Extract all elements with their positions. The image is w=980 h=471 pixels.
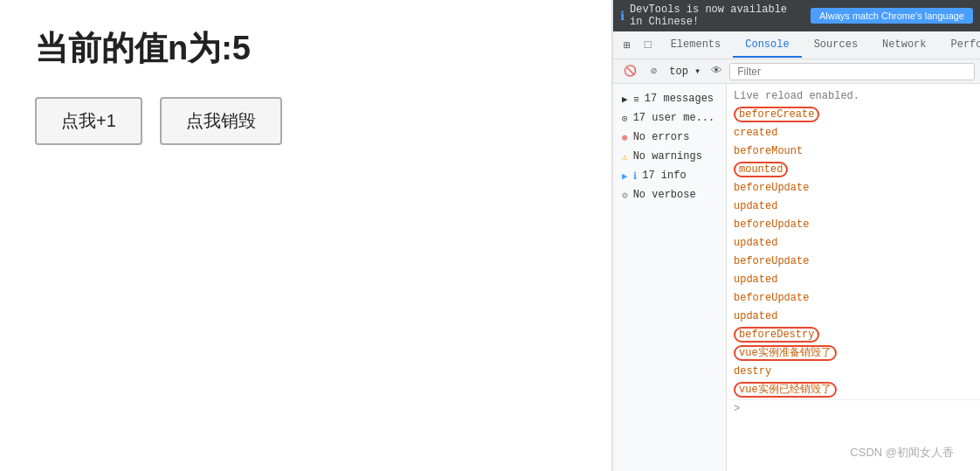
sidebar-label-errors: No errors <box>633 131 690 143</box>
messages-icon: ▶ ≡ <box>622 94 639 105</box>
increment-button[interactable]: 点我+1 <box>35 97 142 145</box>
log-line: beforeUpdate <box>727 179 980 197</box>
sidebar-label-messages: 17 messages <box>645 93 714 105</box>
log-line: destry <box>727 363 980 381</box>
console-clear-icon[interactable]: 🚫 <box>618 62 642 80</box>
info-icon: ℹ <box>620 9 625 24</box>
verbose-icon: ⚙ <box>622 190 628 201</box>
devtools-tabs: ⊞ □ Elements Console Sources Network Per… <box>613 31 980 59</box>
log-line: beforeUpdate <box>727 253 980 271</box>
info-filter-icon: ▶ ℹ <box>622 170 637 182</box>
eye-icon[interactable]: 👁 <box>707 63 726 80</box>
tab-network[interactable]: Network <box>870 33 938 58</box>
log-text: mounted <box>734 162 973 177</box>
warning-icon: ⚠ <box>622 151 628 163</box>
log-text: beforeCreate <box>734 107 973 122</box>
log-line: updated <box>727 234 980 253</box>
devtools-icon-cursor[interactable]: ⊞ <box>617 35 638 56</box>
destroy-button[interactable]: 点我销毁 <box>160 97 282 145</box>
console-main: ▶ ≡ 17 messages ⊙ 17 user me... ⊗ No err… <box>613 84 980 471</box>
log-text: beforeUpdate <box>734 290 973 306</box>
log-line: updated <box>727 308 980 326</box>
log-line: updated <box>727 271 980 289</box>
log-line: beforeDestry <box>727 326 980 344</box>
sidebar-item-verbose[interactable]: ⚙ No verbose <box>613 185 726 204</box>
sidebar-label-info: 17 info <box>642 170 686 182</box>
log-text: destry <box>734 364 973 379</box>
console-chevron[interactable]: > <box>727 399 980 418</box>
log-text: vue实例已经销毁了 <box>734 382 973 398</box>
log-text: Live reload enabled. <box>734 88 973 104</box>
sidebar-label-verbose: No verbose <box>633 189 696 201</box>
sidebar-label-user: 17 user me... <box>633 112 715 124</box>
left-panel: 当前的值n为:5 点我+1 点我销毁 <box>0 0 611 471</box>
tab-elements[interactable]: Elements <box>659 33 734 58</box>
tab-performance[interactable]: Performance <box>939 33 980 58</box>
sidebar-item-errors[interactable]: ⊗ No errors <box>613 128 726 147</box>
devtools-icon-mobile[interactable]: □ <box>638 35 659 55</box>
sidebar-item-messages[interactable]: ▶ ≡ 17 messages <box>613 89 726 108</box>
log-line: updated <box>727 197 980 216</box>
user-icon: ⊙ <box>622 113 628 124</box>
log-text: beforeUpdate <box>734 253 973 269</box>
sidebar-item-user[interactable]: ⊙ 17 user me... <box>613 108 726 128</box>
log-text: beforeUpdate <box>734 180 973 196</box>
log-line: created <box>727 124 980 142</box>
tab-sources[interactable]: Sources <box>802 33 870 58</box>
log-line: beforeUpdate <box>727 216 980 234</box>
match-language-button[interactable]: Always match Chrome's language <box>811 8 973 24</box>
log-line: beforeCreate <box>727 106 980 124</box>
log-line: vue实例已经销毁了 <box>727 381 980 399</box>
log-text: updated <box>734 308 973 324</box>
log-text: updated <box>734 198 973 214</box>
chevron-icon: > <box>734 403 740 415</box>
sidebar-item-info[interactable]: ▶ ℹ 17 info <box>613 166 726 185</box>
sidebar-item-warnings[interactable]: ⚠ No warnings <box>613 147 726 166</box>
console-toolbar: 🚫 ⊘ top ▾ 👁 <box>613 59 980 84</box>
console-output: Live reload enabled. beforeCreate create… <box>727 84 980 471</box>
log-line: Live reload enabled. <box>727 87 980 106</box>
devtools-message: DevTools is now available in Chinese! <box>630 3 805 28</box>
log-text: created <box>734 125 973 141</box>
log-text: updated <box>734 272 973 287</box>
error-icon: ⊗ <box>622 132 628 143</box>
log-line: mounted <box>727 161 980 179</box>
filter-input[interactable] <box>729 63 975 80</box>
console-block-icon[interactable]: ⊘ <box>645 62 662 80</box>
button-row: 点我+1 点我销毁 <box>35 97 576 145</box>
log-line: vue实例准备销毁了 <box>727 344 980 363</box>
console-sidebar: ▶ ≡ 17 messages ⊙ 17 user me... ⊗ No err… <box>613 84 727 471</box>
sidebar-label-warnings: No warnings <box>633 150 702 163</box>
log-line: beforeUpdate <box>727 289 980 308</box>
log-text: updated <box>734 235 973 251</box>
devtools-topbar: ℹ DevTools is now available in Chinese! … <box>613 0 980 31</box>
tab-console[interactable]: Console <box>733 33 801 58</box>
log-text: beforeMount <box>734 143 973 159</box>
context-selector[interactable]: top ▾ <box>666 63 704 80</box>
log-text: vue实例准备销毁了 <box>734 345 973 361</box>
log-line: beforeMount <box>727 142 980 161</box>
devtools-panel: ℹ DevTools is now available in Chinese! … <box>611 0 980 471</box>
log-text: beforeUpdate <box>734 217 973 232</box>
page-title: 当前的值n为:5 <box>35 26 576 71</box>
log-text: beforeDestry <box>734 327 973 343</box>
csdn-watermark: CSDN @初闻女人香 <box>850 445 954 461</box>
